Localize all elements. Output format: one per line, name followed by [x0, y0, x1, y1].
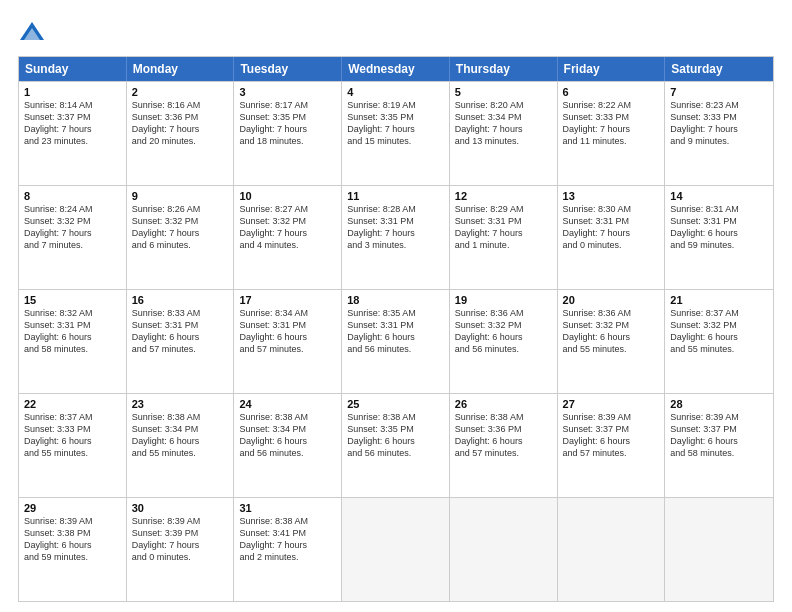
day-info: Sunrise: 8:32 AM Sunset: 3:31 PM Dayligh…: [24, 307, 121, 356]
calendar-cell: 8Sunrise: 8:24 AM Sunset: 3:32 PM Daylig…: [19, 186, 127, 289]
calendar-cell: 7Sunrise: 8:23 AM Sunset: 3:33 PM Daylig…: [665, 82, 773, 185]
day-info: Sunrise: 8:16 AM Sunset: 3:36 PM Dayligh…: [132, 99, 229, 148]
day-number: 29: [24, 502, 121, 514]
calendar-cell: 17Sunrise: 8:34 AM Sunset: 3:31 PM Dayli…: [234, 290, 342, 393]
day-info: Sunrise: 8:38 AM Sunset: 3:41 PM Dayligh…: [239, 515, 336, 564]
day-info: Sunrise: 8:17 AM Sunset: 3:35 PM Dayligh…: [239, 99, 336, 148]
calendar-cell: 30Sunrise: 8:39 AM Sunset: 3:39 PM Dayli…: [127, 498, 235, 601]
calendar-cell: 5Sunrise: 8:20 AM Sunset: 3:34 PM Daylig…: [450, 82, 558, 185]
day-info: Sunrise: 8:30 AM Sunset: 3:31 PM Dayligh…: [563, 203, 660, 252]
weekday-header: Tuesday: [234, 57, 342, 81]
calendar-cell: 9Sunrise: 8:26 AM Sunset: 3:32 PM Daylig…: [127, 186, 235, 289]
calendar-cell: 20Sunrise: 8:36 AM Sunset: 3:32 PM Dayli…: [558, 290, 666, 393]
day-info: Sunrise: 8:24 AM Sunset: 3:32 PM Dayligh…: [24, 203, 121, 252]
calendar-cell: [342, 498, 450, 601]
calendar-cell: 15Sunrise: 8:32 AM Sunset: 3:31 PM Dayli…: [19, 290, 127, 393]
page-header: [18, 18, 774, 46]
day-number: 30: [132, 502, 229, 514]
day-number: 8: [24, 190, 121, 202]
day-info: Sunrise: 8:33 AM Sunset: 3:31 PM Dayligh…: [132, 307, 229, 356]
day-info: Sunrise: 8:28 AM Sunset: 3:31 PM Dayligh…: [347, 203, 444, 252]
day-number: 17: [239, 294, 336, 306]
day-info: Sunrise: 8:23 AM Sunset: 3:33 PM Dayligh…: [670, 99, 768, 148]
calendar-cell: 3Sunrise: 8:17 AM Sunset: 3:35 PM Daylig…: [234, 82, 342, 185]
day-number: 14: [670, 190, 768, 202]
day-number: 2: [132, 86, 229, 98]
day-info: Sunrise: 8:38 AM Sunset: 3:34 PM Dayligh…: [132, 411, 229, 460]
day-number: 20: [563, 294, 660, 306]
day-number: 15: [24, 294, 121, 306]
day-info: Sunrise: 8:36 AM Sunset: 3:32 PM Dayligh…: [455, 307, 552, 356]
calendar: SundayMondayTuesdayWednesdayThursdayFrid…: [18, 56, 774, 602]
calendar-cell: 26Sunrise: 8:38 AM Sunset: 3:36 PM Dayli…: [450, 394, 558, 497]
day-info: Sunrise: 8:34 AM Sunset: 3:31 PM Dayligh…: [239, 307, 336, 356]
calendar-cell: 11Sunrise: 8:28 AM Sunset: 3:31 PM Dayli…: [342, 186, 450, 289]
calendar-cell: 2Sunrise: 8:16 AM Sunset: 3:36 PM Daylig…: [127, 82, 235, 185]
day-info: Sunrise: 8:35 AM Sunset: 3:31 PM Dayligh…: [347, 307, 444, 356]
calendar-cell: 29Sunrise: 8:39 AM Sunset: 3:38 PM Dayli…: [19, 498, 127, 601]
calendar-cell: 4Sunrise: 8:19 AM Sunset: 3:35 PM Daylig…: [342, 82, 450, 185]
calendar-row: 15Sunrise: 8:32 AM Sunset: 3:31 PM Dayli…: [19, 289, 773, 393]
day-info: Sunrise: 8:27 AM Sunset: 3:32 PM Dayligh…: [239, 203, 336, 252]
day-number: 23: [132, 398, 229, 410]
calendar-row: 29Sunrise: 8:39 AM Sunset: 3:38 PM Dayli…: [19, 497, 773, 601]
weekday-header: Saturday: [665, 57, 773, 81]
calendar-cell: 18Sunrise: 8:35 AM Sunset: 3:31 PM Dayli…: [342, 290, 450, 393]
day-info: Sunrise: 8:38 AM Sunset: 3:36 PM Dayligh…: [455, 411, 552, 460]
logo-icon: [18, 18, 46, 46]
calendar-cell: 28Sunrise: 8:39 AM Sunset: 3:37 PM Dayli…: [665, 394, 773, 497]
day-number: 26: [455, 398, 552, 410]
calendar-cell: 25Sunrise: 8:38 AM Sunset: 3:35 PM Dayli…: [342, 394, 450, 497]
day-info: Sunrise: 8:37 AM Sunset: 3:33 PM Dayligh…: [24, 411, 121, 460]
day-number: 6: [563, 86, 660, 98]
day-number: 21: [670, 294, 768, 306]
weekday-header: Monday: [127, 57, 235, 81]
day-number: 24: [239, 398, 336, 410]
day-info: Sunrise: 8:37 AM Sunset: 3:32 PM Dayligh…: [670, 307, 768, 356]
calendar-cell: 31Sunrise: 8:38 AM Sunset: 3:41 PM Dayli…: [234, 498, 342, 601]
day-info: Sunrise: 8:19 AM Sunset: 3:35 PM Dayligh…: [347, 99, 444, 148]
calendar-cell: 16Sunrise: 8:33 AM Sunset: 3:31 PM Dayli…: [127, 290, 235, 393]
calendar-cell: 24Sunrise: 8:38 AM Sunset: 3:34 PM Dayli…: [234, 394, 342, 497]
day-number: 25: [347, 398, 444, 410]
calendar-cell: 23Sunrise: 8:38 AM Sunset: 3:34 PM Dayli…: [127, 394, 235, 497]
day-info: Sunrise: 8:38 AM Sunset: 3:35 PM Dayligh…: [347, 411, 444, 460]
calendar-cell: 19Sunrise: 8:36 AM Sunset: 3:32 PM Dayli…: [450, 290, 558, 393]
weekday-header: Wednesday: [342, 57, 450, 81]
day-number: 13: [563, 190, 660, 202]
calendar-page: SundayMondayTuesdayWednesdayThursdayFrid…: [0, 0, 792, 612]
day-info: Sunrise: 8:20 AM Sunset: 3:34 PM Dayligh…: [455, 99, 552, 148]
day-info: Sunrise: 8:26 AM Sunset: 3:32 PM Dayligh…: [132, 203, 229, 252]
calendar-cell: [558, 498, 666, 601]
day-number: 27: [563, 398, 660, 410]
calendar-cell: 1Sunrise: 8:14 AM Sunset: 3:37 PM Daylig…: [19, 82, 127, 185]
calendar-cell: 10Sunrise: 8:27 AM Sunset: 3:32 PM Dayli…: [234, 186, 342, 289]
day-info: Sunrise: 8:29 AM Sunset: 3:31 PM Dayligh…: [455, 203, 552, 252]
day-number: 16: [132, 294, 229, 306]
calendar-cell: 22Sunrise: 8:37 AM Sunset: 3:33 PM Dayli…: [19, 394, 127, 497]
weekday-header: Friday: [558, 57, 666, 81]
day-number: 3: [239, 86, 336, 98]
day-info: Sunrise: 8:38 AM Sunset: 3:34 PM Dayligh…: [239, 411, 336, 460]
day-number: 31: [239, 502, 336, 514]
day-info: Sunrise: 8:31 AM Sunset: 3:31 PM Dayligh…: [670, 203, 768, 252]
day-number: 12: [455, 190, 552, 202]
day-number: 10: [239, 190, 336, 202]
day-info: Sunrise: 8:39 AM Sunset: 3:37 PM Dayligh…: [670, 411, 768, 460]
logo: [18, 18, 50, 46]
calendar-cell: 27Sunrise: 8:39 AM Sunset: 3:37 PM Dayli…: [558, 394, 666, 497]
calendar-row: 1Sunrise: 8:14 AM Sunset: 3:37 PM Daylig…: [19, 81, 773, 185]
day-number: 5: [455, 86, 552, 98]
calendar-header: SundayMondayTuesdayWednesdayThursdayFrid…: [19, 57, 773, 81]
calendar-row: 22Sunrise: 8:37 AM Sunset: 3:33 PM Dayli…: [19, 393, 773, 497]
weekday-header: Thursday: [450, 57, 558, 81]
calendar-body: 1Sunrise: 8:14 AM Sunset: 3:37 PM Daylig…: [19, 81, 773, 601]
day-info: Sunrise: 8:14 AM Sunset: 3:37 PM Dayligh…: [24, 99, 121, 148]
calendar-cell: 21Sunrise: 8:37 AM Sunset: 3:32 PM Dayli…: [665, 290, 773, 393]
day-number: 7: [670, 86, 768, 98]
day-number: 19: [455, 294, 552, 306]
day-info: Sunrise: 8:22 AM Sunset: 3:33 PM Dayligh…: [563, 99, 660, 148]
day-info: Sunrise: 8:39 AM Sunset: 3:39 PM Dayligh…: [132, 515, 229, 564]
day-number: 9: [132, 190, 229, 202]
day-number: 28: [670, 398, 768, 410]
